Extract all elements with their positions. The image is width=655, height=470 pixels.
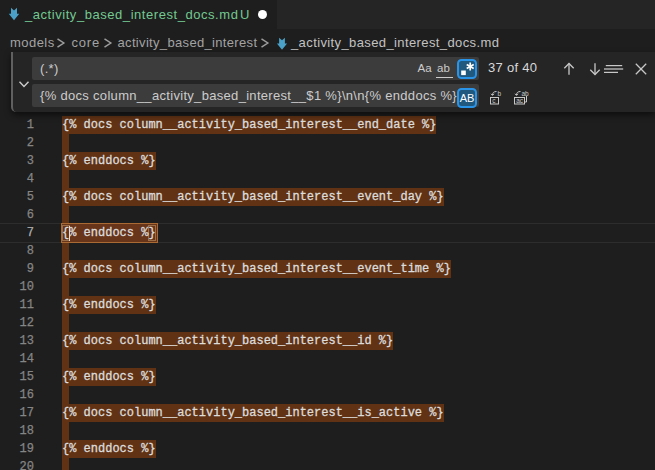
svg-text:ab: ab [522,90,530,97]
svg-text:ac: ac [516,97,524,104]
svg-text:b: b [498,90,502,97]
